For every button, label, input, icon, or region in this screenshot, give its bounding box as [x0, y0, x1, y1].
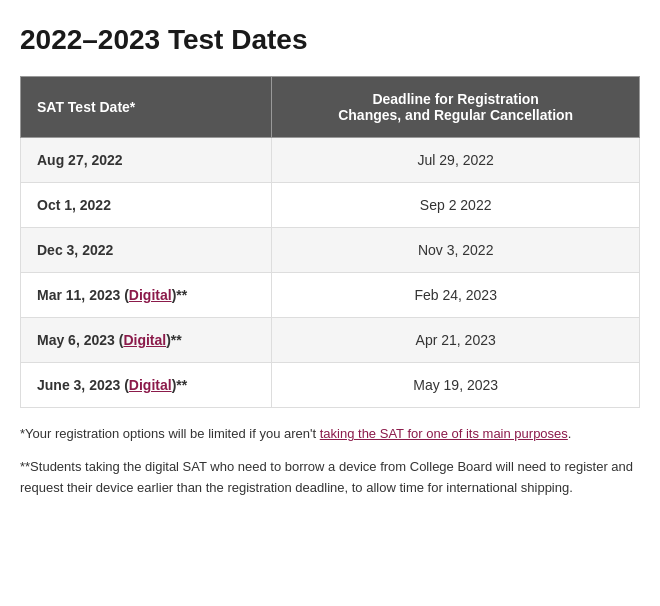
test-date-text: Oct 1, 2022 — [37, 197, 111, 213]
digital-link[interactable]: Digital — [123, 332, 166, 348]
test-date-cell: June 3, 2023 (Digital)** — [21, 363, 272, 408]
deadline-cell: Feb 24, 2023 — [272, 273, 640, 318]
test-date-cell: Oct 1, 2022 — [21, 183, 272, 228]
test-date-text: May 6, 2023 — [37, 332, 119, 348]
table-row: Aug 27, 2022Jul 29, 2022 — [21, 138, 640, 183]
footnote1-link[interactable]: taking the SAT for one of its main purpo… — [320, 426, 568, 441]
footnote-1: *Your registration options will be limit… — [20, 424, 640, 445]
deadline-cell: May 19, 2023 — [272, 363, 640, 408]
deadline-cell: Nov 3, 2022 — [272, 228, 640, 273]
page-title: 2022–2023 Test Dates — [20, 24, 640, 56]
table-row: Oct 1, 2022Sep 2 2022 — [21, 183, 640, 228]
col-header-test-date: SAT Test Date* — [21, 77, 272, 138]
test-date-text: June 3, 2023 — [37, 377, 124, 393]
test-date-text: Dec 3, 2022 — [37, 242, 113, 258]
test-dates-table: SAT Test Date* Deadline for Registration… — [20, 76, 640, 408]
test-date-cell: Mar 11, 2023 (Digital)** — [21, 273, 272, 318]
deadline-cell: Jul 29, 2022 — [272, 138, 640, 183]
test-date-text: Aug 27, 2022 — [37, 152, 123, 168]
footnotes-section: *Your registration options will be limit… — [20, 424, 640, 498]
table-row: Mar 11, 2023 (Digital)**Feb 24, 2023 — [21, 273, 640, 318]
digital-link[interactable]: Digital — [129, 287, 172, 303]
col-header-deadline: Deadline for RegistrationChanges, and Re… — [272, 77, 640, 138]
digital-link[interactable]: Digital — [129, 377, 172, 393]
footnote1-suffix: . — [568, 426, 572, 441]
table-row: June 3, 2023 (Digital)**May 19, 2023 — [21, 363, 640, 408]
deadline-cell: Sep 2 2022 — [272, 183, 640, 228]
test-date-text: Mar 11, 2023 — [37, 287, 124, 303]
test-date-cell: May 6, 2023 (Digital)** — [21, 318, 272, 363]
footnote1-prefix: *Your registration options will be limit… — [20, 426, 320, 441]
table-row: May 6, 2023 (Digital)**Apr 21, 2023 — [21, 318, 640, 363]
test-date-cell: Aug 27, 2022 — [21, 138, 272, 183]
test-date-cell: Dec 3, 2022 — [21, 228, 272, 273]
footnote-2: **Students taking the digital SAT who ne… — [20, 457, 640, 499]
table-header-row: SAT Test Date* Deadline for Registration… — [21, 77, 640, 138]
table-row: Dec 3, 2022Nov 3, 2022 — [21, 228, 640, 273]
deadline-cell: Apr 21, 2023 — [272, 318, 640, 363]
